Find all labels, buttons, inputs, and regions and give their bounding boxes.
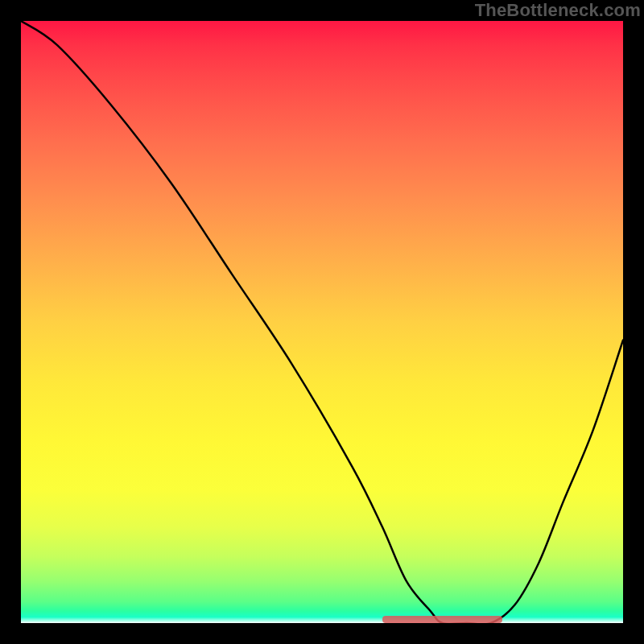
chart-container: TheBottleneck.com (0, 0, 644, 644)
optimal-range-highlight (382, 616, 503, 623)
plot-area (21, 21, 623, 623)
bottleneck-curve (21, 21, 623, 623)
watermark-text: TheBottleneck.com (475, 0, 641, 21)
